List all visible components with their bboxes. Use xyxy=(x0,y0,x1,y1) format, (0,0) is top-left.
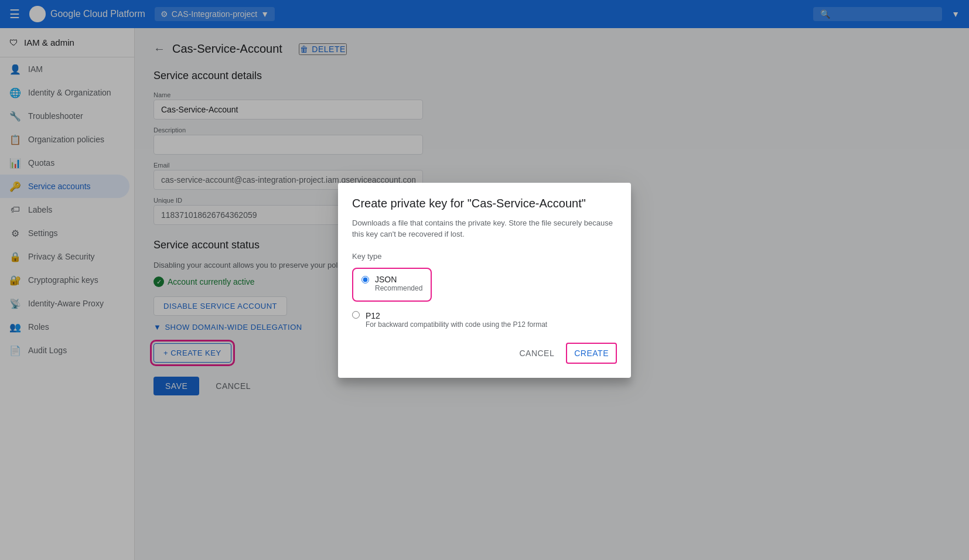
json-option-border: JSON Recommended xyxy=(352,268,432,302)
p12-radio-option[interactable]: P12 For backward compatibility with code… xyxy=(352,311,617,329)
json-radio-label: JSON xyxy=(375,275,422,284)
dialog-title: Create private key for "Cas-Service-Acco… xyxy=(352,197,617,210)
key-type-section: Key type JSON Recommended P12 For backwa… xyxy=(352,252,617,329)
json-radio-option[interactable]: JSON Recommended xyxy=(361,275,422,292)
create-private-key-dialog: Create private key for "Cas-Service-Acco… xyxy=(338,183,631,378)
modal-overlay: Create private key for "Cas-Service-Acco… xyxy=(0,0,969,560)
json-radio-sublabel: Recommended xyxy=(375,284,422,292)
p12-radio-sublabel: For backward compatibility with code usi… xyxy=(366,320,547,329)
p12-radio-label: P12 xyxy=(366,311,547,320)
dialog-cancel-button[interactable]: CANCEL xyxy=(512,343,561,364)
dialog-description: Downloads a file that contains the priva… xyxy=(352,217,617,240)
json-radio-input[interactable] xyxy=(361,276,369,284)
p12-radio-input[interactable] xyxy=(352,311,360,319)
dialog-actions: CANCEL CREATE xyxy=(352,343,617,364)
dialog-create-button[interactable]: CREATE xyxy=(566,343,617,364)
key-type-label: Key type xyxy=(352,252,617,261)
